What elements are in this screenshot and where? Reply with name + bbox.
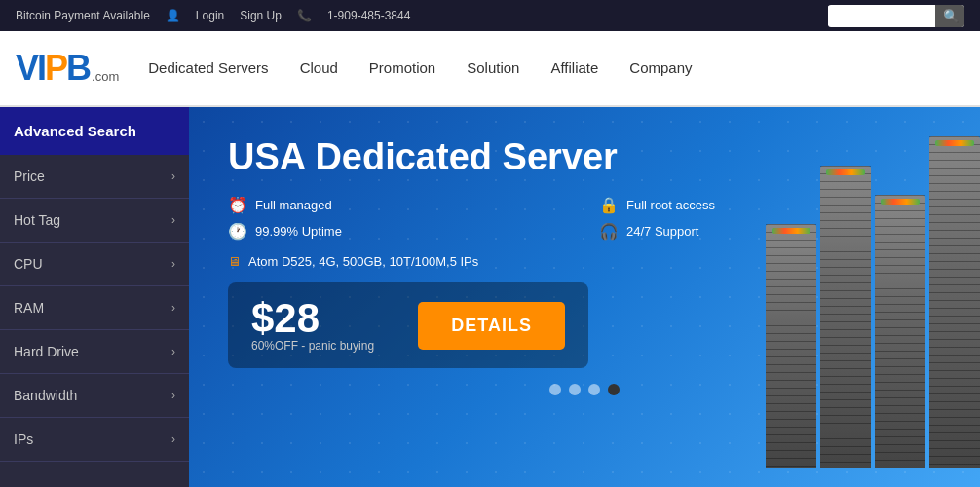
- sidebar-label-hard-drive: Hard Drive: [14, 344, 79, 359]
- support-text: 24/7 Support: [626, 224, 698, 239]
- main-content: Advanced Search Price › Hot Tag › CPU › …: [0, 107, 980, 487]
- sidebar-item-hard-drive[interactable]: Hard Drive ›: [0, 330, 189, 374]
- phone-number: 1-909-485-3844: [327, 9, 410, 22]
- root-icon: 🔒: [599, 196, 619, 214]
- feature-uptime: 🕐 99.99% Uptime: [228, 222, 570, 241]
- support-icon: 🎧: [599, 222, 619, 241]
- dot-1[interactable]: [549, 384, 561, 395]
- sidebar: Advanced Search Price › Hot Tag › CPU › …: [0, 107, 189, 487]
- managed-icon: ⏰: [228, 196, 247, 214]
- sidebar-label-ram: RAM: [14, 300, 44, 316]
- hero-title: USA Dedicated Server: [228, 136, 941, 178]
- sidebar-title: Advanced Search: [0, 107, 189, 155]
- details-button[interactable]: DETAILS: [418, 302, 565, 350]
- uptime-icon: 🕐: [228, 222, 247, 241]
- sidebar-label-bandwidth: Bandwidth: [14, 388, 77, 403]
- bitcoin-text: Bitcoin Payment Available: [16, 9, 150, 22]
- sidebar-item-hot-tag[interactable]: Hot Tag ›: [0, 199, 189, 243]
- chevron-icon-hot-tag: ›: [171, 213, 175, 227]
- sidebar-item-ram[interactable]: RAM ›: [0, 286, 189, 330]
- sidebar-item-bandwidth[interactable]: Bandwidth ›: [0, 374, 189, 418]
- uptime-text: 99.99% Uptime: [255, 224, 342, 239]
- price-section: $28 60%OFF - panic buying: [251, 298, 374, 353]
- nav-company[interactable]: Company: [629, 59, 692, 76]
- nav-affiliate[interactable]: Affiliate: [550, 59, 598, 76]
- managed-text: Full managed: [255, 198, 332, 212]
- nav-cloud[interactable]: Cloud: [300, 59, 338, 76]
- sidebar-item-price[interactable]: Price ›: [0, 155, 189, 199]
- chevron-icon-bandwidth: ›: [171, 389, 175, 402]
- login-link[interactable]: Login: [196, 9, 224, 22]
- price-amount: $28: [251, 298, 374, 339]
- signup-link[interactable]: Sign Up: [240, 9, 282, 22]
- server-rack: [766, 136, 980, 468]
- logo[interactable]: VIPB .com: [16, 51, 119, 86]
- dot-4[interactable]: [608, 384, 620, 395]
- sidebar-label-hot-tag: Hot Tag: [14, 212, 60, 228]
- chevron-icon-ram: ›: [171, 301, 175, 315]
- features-grid: ⏰ Full managed 🔒 Full root access 🕐 99.9…: [228, 196, 941, 241]
- feature-root-access: 🔒 Full root access: [599, 196, 941, 214]
- chevron-icon-price: ›: [171, 169, 175, 183]
- logo-text: VIPB: [16, 51, 90, 86]
- sidebar-item-ips[interactable]: IPs ›: [0, 418, 189, 462]
- nav-solution[interactable]: Solution: [467, 59, 519, 76]
- spec-line: 🖥 Atom D525, 4G, 500GB, 10T/100M,5 IPs: [228, 254, 941, 269]
- sidebar-label-ips: IPs: [14, 431, 33, 447]
- nav-dedicated[interactable]: Dedicated Servers: [148, 59, 268, 76]
- dot-3[interactable]: [588, 384, 600, 395]
- pricing-box: $28 60%OFF - panic buying DETAILS: [228, 282, 588, 368]
- spec-text: Atom D525, 4G, 500GB, 10T/100M,5 IPs: [248, 254, 478, 269]
- search-box[interactable]: 🔍: [828, 5, 964, 27]
- phone-icon: 📞: [297, 9, 312, 22]
- chevron-icon-cpu: ›: [171, 257, 175, 271]
- search-input[interactable]: [828, 6, 935, 25]
- nav-links: Dedicated Servers Cloud Promotion Soluti…: [148, 59, 692, 77]
- sidebar-item-cpu[interactable]: CPU ›: [0, 243, 189, 286]
- sidebar-label-cpu: CPU: [14, 256, 43, 272]
- sidebar-label-price: Price: [14, 169, 45, 184]
- nav-bar: VIPB .com Dedicated Servers Cloud Promot…: [0, 31, 980, 107]
- carousel-dots: [228, 384, 941, 395]
- chevron-icon-hard-drive: ›: [171, 345, 175, 358]
- search-button[interactable]: 🔍: [935, 5, 964, 27]
- feature-full-managed: ⏰ Full managed: [228, 196, 570, 214]
- hero-section: USA Dedicated Server ⏰ Full managed 🔒 Fu…: [189, 107, 980, 487]
- spec-icon: 🖥: [228, 254, 241, 269]
- feature-support: 🎧 24/7 Support: [599, 222, 941, 241]
- nav-promotion[interactable]: Promotion: [369, 59, 435, 76]
- chevron-icon-ips: ›: [171, 432, 175, 446]
- logo-com: .com: [92, 69, 119, 84]
- rack-unit-4: [929, 136, 980, 468]
- user-icon: 👤: [166, 9, 180, 22]
- root-text: Full root access: [626, 198, 715, 212]
- price-discount: 60%OFF - panic buying: [251, 339, 374, 353]
- top-bar: Bitcoin Payment Available 👤 Login Sign U…: [0, 0, 980, 31]
- dot-2[interactable]: [569, 384, 581, 395]
